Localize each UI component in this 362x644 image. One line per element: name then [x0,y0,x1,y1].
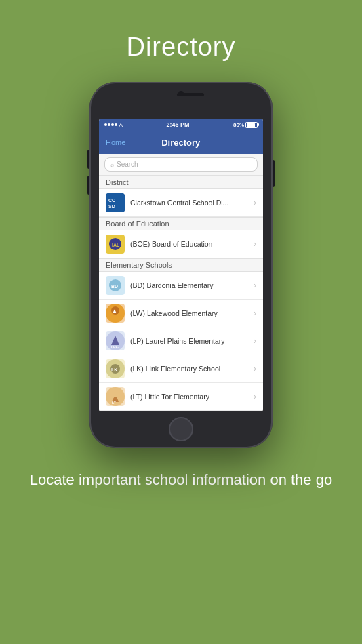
signal-dot-1 [104,123,107,126]
directory-list: District CC SD Clarkstown Central School… [99,176,263,411]
status-left: △ [104,122,123,128]
home-button[interactable] [169,417,193,441]
search-input[interactable]: ⌕ Search [104,157,258,172]
svg-text:SD: SD [108,204,115,209]
school-logo-lt: LT [106,387,125,406]
status-time: 2:46 PM [166,121,189,128]
chevron-right-icon: › [254,364,256,374]
nav-bar: Home Directory [99,131,263,154]
item-label: (LK) Link Elementary School [130,365,251,373]
item-label: (LP) Laurel Plains Elementary [130,337,251,345]
list-item[interactable]: BD (BD) Bardonia Elementary › [99,272,263,300]
ccsd-logo-svg: CC SD [106,193,125,212]
page-title: Directory [126,33,235,62]
signal-dot-3 [111,123,114,126]
list-item[interactable]: CC SD Clarkstown Central School Di... › [99,189,263,217]
speaker-icon [177,93,204,96]
footer-text: Locate important school information on t… [3,470,359,491]
chevron-right-icon: › [254,281,256,290]
phone-mockup: △ 2:46 PM 86% Home Directory [89,82,273,448]
lp-logo-svg: LPEZ [106,331,125,350]
item-label: (LT) Little Tor Elementary [130,393,251,401]
section-header-elementary: Elementary Schools [99,258,263,272]
status-right: 86% [233,122,258,128]
chevron-right-icon: › [254,239,256,249]
school-logo-lw: ▲ [106,304,125,323]
search-bar[interactable]: ⌕ Search [99,154,263,176]
item-label: (BD) Bardonia Elementary [130,281,251,289]
status-bar: △ 2:46 PM 86% [99,119,263,131]
school-logo-bd: BD [106,276,125,295]
svg-text:IAL: IAL [112,243,120,247]
svg-text:LK: LK [111,367,117,372]
chevron-right-icon: › [254,392,256,401]
battery-tip [258,123,259,126]
section-header-district: District [99,176,263,189]
power-button [273,160,275,187]
signal-dot-4 [115,123,117,126]
school-logo-boe: IAL [106,235,125,254]
school-logo-ccsd: CC SD [106,193,125,212]
list-item[interactable]: IAL (BOE) Board of Education › [99,230,263,258]
svg-rect-0 [106,193,125,212]
lw-logo-svg: ▲ [106,304,125,323]
battery-icon [245,122,258,128]
list-item[interactable]: LK (LK) Link Elementary School › [99,355,263,383]
volume-up-button [87,150,89,169]
wifi-icon: △ [119,122,123,128]
battery-fill [247,123,255,127]
svg-text:CC: CC [108,198,115,203]
signal-dot-2 [108,123,110,126]
chevron-right-icon: › [254,336,256,346]
item-label: (LW) Lakewood Elementary [130,309,251,317]
lt-logo-svg: LT [106,387,125,406]
svg-text:LT: LT [112,401,116,405]
school-logo-lk: LK [106,359,125,378]
search-placeholder: Search [117,161,138,168]
volume-down-button [87,176,89,195]
search-icon: ⌕ [110,161,114,168]
list-item[interactable]: LT (LT) Little Tor Elementary › [99,383,263,411]
nav-title: Directory [161,138,200,148]
section-header-boe: Board of Education [99,217,263,230]
bd-logo-svg: BD [106,276,125,295]
nav-home-button[interactable]: Home [106,138,125,146]
lk-logo-svg: LK [106,359,125,378]
school-logo-lp: LPEZ [106,331,125,350]
item-label: (BOE) Board of Education [130,240,251,248]
list-item[interactable]: NC (NC) New City Elementary › [99,411,263,411]
battery-percent: 86% [233,122,244,128]
svg-text:BD: BD [111,284,118,289]
svg-text:▲: ▲ [112,308,117,314]
chevron-right-icon: › [254,308,256,318]
signal-dots [104,123,117,126]
phone-frame: △ 2:46 PM 86% Home Directory [89,82,273,448]
item-label: Clarkstown Central School Di... [130,199,251,207]
svg-text:LPEZ: LPEZ [111,345,120,349]
list-item[interactable]: ▲ (LW) Lakewood Elementary › [99,300,263,327]
phone-screen: △ 2:46 PM 86% Home Directory [99,119,263,411]
chevron-right-icon: › [254,198,256,207]
list-item[interactable]: LPEZ (LP) Laurel Plains Elementary › [99,327,263,355]
boe-logo-svg: IAL [106,235,125,254]
